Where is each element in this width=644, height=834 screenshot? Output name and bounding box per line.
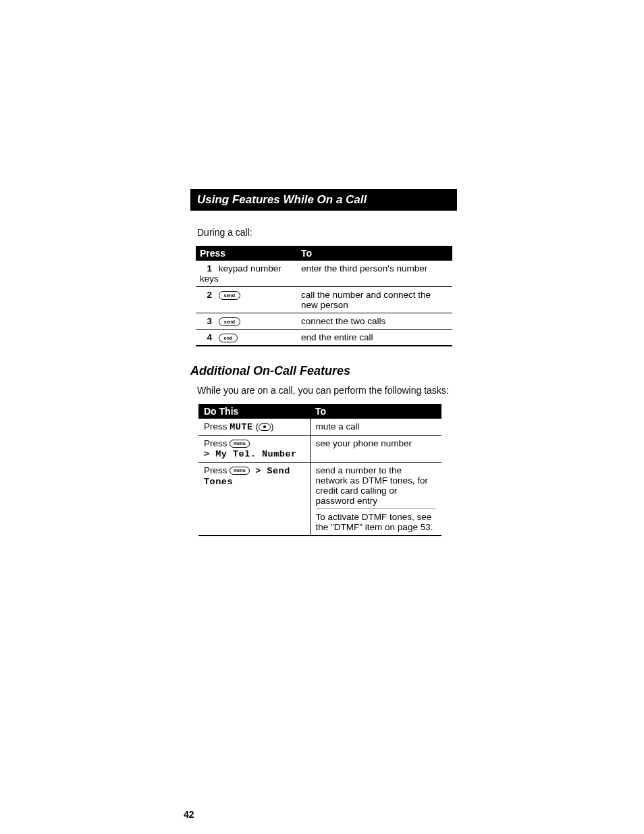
to-text: see your phone number xyxy=(310,436,441,463)
mute-label: MUTE xyxy=(230,422,252,432)
chapter-title: Using Features While On a Call xyxy=(190,189,457,211)
press-prefix: Press xyxy=(204,438,230,448)
send-key-icon: send xyxy=(219,291,240,300)
table-row: Press menu > My Tel. Number see your pho… xyxy=(198,436,441,463)
col-header-to: To xyxy=(297,246,452,261)
body-text: While you are on a call, you can perform… xyxy=(197,385,457,396)
to-text: send a number to the network as DTMF ton… xyxy=(316,465,437,506)
table-row: 3 send connect the two calls xyxy=(196,313,452,330)
table-row: Press menu > Send Tones send a number to… xyxy=(198,463,441,536)
page-content: Using Features While On a Call During a … xyxy=(190,189,457,536)
table-row: 4 end end the entire call xyxy=(196,330,452,346)
step-number: 4 xyxy=(200,332,212,342)
intro-text: During a call: xyxy=(197,227,457,238)
menu-path: > My Tel. Number xyxy=(204,449,297,459)
page-number: 42 xyxy=(184,809,194,820)
press-prefix: Press xyxy=(204,465,230,475)
step-number: 3 xyxy=(200,316,212,326)
paren-open: ( xyxy=(253,421,259,432)
to-text: enter the third person's number xyxy=(297,261,452,287)
end-key-icon: end xyxy=(219,334,238,342)
to-text: call the number and connect the new pers… xyxy=(297,287,452,313)
step-number: 1 xyxy=(200,263,212,273)
dothis-to-table: Do This To Press MUTE () mute a call Pre… xyxy=(198,404,441,536)
col-header-to: To xyxy=(310,404,441,419)
send-key-icon: send xyxy=(219,317,240,326)
step-number: 2 xyxy=(200,290,212,300)
to-text: end the entire call xyxy=(297,330,452,346)
menu-key-icon: menu xyxy=(230,467,249,475)
col-header-press: Press xyxy=(196,246,297,261)
press-text: keypad number keys xyxy=(200,263,281,284)
menu-key-icon: menu xyxy=(230,440,249,448)
to-text: connect the two calls xyxy=(297,313,452,330)
to-text: mute a call xyxy=(310,419,441,436)
press-to-table: Press To 1 keypad number keys enter the … xyxy=(196,246,452,346)
section-heading: Additional On-Call Features xyxy=(190,364,457,378)
col-header-dothis: Do This xyxy=(198,404,310,419)
table-row: Press MUTE () mute a call xyxy=(198,419,441,436)
paren-close: ) xyxy=(271,421,274,432)
press-prefix: Press xyxy=(204,421,230,432)
table-row: 1 keypad number keys enter the third per… xyxy=(196,261,452,287)
to-text-note: To activate DTMF tones, see the "DTMF" i… xyxy=(316,509,437,532)
table-row: 2 send call the number and connect the n… xyxy=(196,287,452,313)
center-dot-key-icon xyxy=(259,423,271,431)
